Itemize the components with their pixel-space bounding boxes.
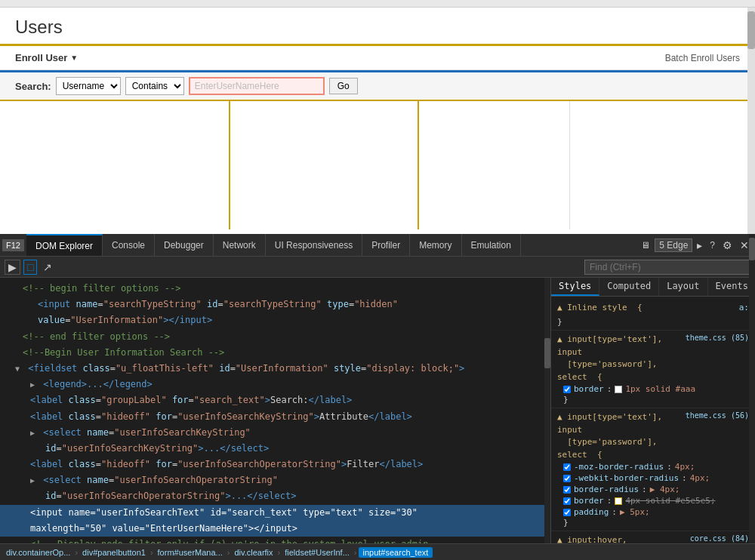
- devtools-body: <!-- begin filter options --> <input nam…: [0, 278, 755, 543]
- search-bar: Search: Username Contains Go: [0, 72, 755, 101]
- code-panel: <!-- begin filter options --> <input nam…: [0, 278, 551, 543]
- dropdown-chevron-icon: ▼: [70, 54, 78, 62]
- enroll-user-button[interactable]: Enroll User ▼: [15, 52, 78, 63]
- code-line: id="userInfoSearchKeyString">...</select…: [0, 441, 550, 457]
- code-line-selected-1: <input name="userInfoSearchText" id="sea…: [0, 505, 550, 521]
- breadcrumb-container[interactable]: div.containerOp...: [3, 547, 73, 558]
- content-grid: [0, 101, 755, 229]
- tab-styles[interactable]: Styles: [551, 278, 599, 296]
- code-line: ▶ <select name="userInfoSearchOperatorSt…: [0, 472, 550, 488]
- styles-tabs: Styles Computed Layout Events Changes: [551, 278, 755, 297]
- breadcrumb-sep-5: ›: [354, 548, 357, 557]
- code-line-selected-2: maxlength="50" value="EnterUserNameHere"…: [0, 521, 550, 537]
- code-line: ▶ <select name="userInfoSearchKeyString": [0, 425, 550, 441]
- styles-content: ▲ Inline style { a: } ▲ input[type='text…: [551, 297, 755, 543]
- breadcrumb-panelbutton[interactable]: div#panelbutton1: [79, 547, 149, 558]
- style-rule-core84: ▲ input:hover, input:active, button:hove…: [551, 531, 755, 543]
- main-content-area: Users Enroll User ▼ Batch Enroll Users S…: [0, 8, 755, 234]
- settings-button[interactable]: ⚙: [720, 238, 735, 253]
- detach-icon[interactable]: ▸: [694, 238, 705, 253]
- breadcrumb-form[interactable]: form#userMana...: [155, 547, 226, 558]
- code-line: id="userInfoSearchOperatorString">...</s…: [0, 488, 550, 504]
- code-line: <!-- end filter options -->: [0, 329, 550, 345]
- code-line: <!-- Display node filter only if (a) we'…: [0, 537, 550, 543]
- tab-emulation[interactable]: Emulation: [462, 234, 521, 256]
- code-line: <input name="searchTypeString" id="searc…: [0, 297, 550, 312]
- style-rule-theme56: ▲ input[type='text'], input [type='passw…: [551, 408, 755, 531]
- styles-panel: Styles Computed Layout Events Changes ▲ …: [551, 278, 755, 543]
- prop-checkbox[interactable]: [563, 475, 571, 482]
- devtools-right-controls: 🖥 5 Edge ▸ ? ⚙ ✕: [638, 238, 755, 253]
- tab-events[interactable]: Events: [708, 278, 755, 296]
- page-header: Users: [0, 8, 755, 44]
- prop-checkbox[interactable]: [563, 386, 571, 393]
- prop-checkbox[interactable]: [563, 463, 571, 471]
- pointer-icon[interactable]: ↗: [40, 260, 55, 274]
- code-line: <label class="groupLabel" for="search_te…: [0, 392, 550, 408]
- go-button[interactable]: Go: [329, 78, 358, 94]
- code-line: <label class="hideoff" for="userInfoSear…: [0, 457, 550, 472]
- page-title: Users: [15, 17, 740, 38]
- dom-tree-icon[interactable]: □: [23, 260, 37, 275]
- browser-chrome: [0, 0, 755, 8]
- breadcrumb-input-active[interactable]: input#search_text: [359, 547, 433, 558]
- grid-col-4: [570, 101, 755, 229]
- prop-checkbox[interactable]: [563, 509, 571, 516]
- screen-icon-button[interactable]: 🖥: [638, 238, 653, 252]
- f12-badge[interactable]: F12: [2, 239, 24, 251]
- style-rule-theme85: ▲ input[type='text'], input [type='passw…: [551, 331, 755, 408]
- breadcrumb-bar: div.containerOp... › div#panelbutton1 › …: [0, 543, 755, 560]
- code-line: ▶ <legend>...</legend>: [0, 377, 550, 392]
- search-label: Search:: [15, 81, 51, 92]
- edge-button[interactable]: 5 Edge: [655, 238, 692, 252]
- grid-col-2: [230, 101, 419, 229]
- devtools: F12 DOM Explorer Console Debugger Networ…: [0, 234, 755, 560]
- tab-memory[interactable]: Memory: [410, 234, 461, 256]
- prop-checkbox[interactable]: [563, 486, 571, 494]
- tab-network[interactable]: Network: [214, 234, 266, 256]
- breadcrumb-sep-3: ›: [227, 548, 230, 557]
- select-element-icon[interactable]: ▶: [5, 260, 20, 275]
- breadcrumb-clearfix[interactable]: div.clearfix: [231, 547, 276, 558]
- toolbar: Enroll User ▼ Batch Enroll Users: [0, 46, 755, 70]
- tab-computed[interactable]: Computed: [599, 278, 659, 296]
- search-operator-select[interactable]: Contains: [125, 77, 184, 95]
- code-line: <!-- begin filter options -->: [0, 281, 550, 297]
- find-input[interactable]: [584, 260, 750, 275]
- prop-checkbox[interactable]: [563, 497, 571, 505]
- breadcrumb-fieldset[interactable]: fieldset#UserInf...: [282, 547, 353, 558]
- search-input[interactable]: [189, 77, 325, 95]
- breadcrumb-sep-4: ›: [278, 548, 281, 557]
- code-line: <label class="hideoff" for="userInfoSear…: [0, 409, 550, 425]
- breadcrumb-sep-1: ›: [75, 548, 78, 557]
- grid-col-3: [419, 101, 570, 229]
- tab-layout[interactable]: Layout: [659, 278, 707, 296]
- tab-console[interactable]: Console: [103, 234, 155, 256]
- devtools-tabbar: F12 DOM Explorer Console Debugger Networ…: [0, 234, 755, 257]
- code-line: ▼ <fieldset class="u_floatThis-left" id=…: [0, 361, 550, 377]
- code-line: <!--Begin User Information Search -->: [0, 345, 550, 361]
- code-line: value="UserInformation"></input>: [0, 312, 550, 328]
- tab-debugger[interactable]: Debugger: [155, 234, 214, 256]
- breadcrumb-sep-2: ›: [150, 548, 153, 557]
- grid-col-1: [0, 101, 230, 229]
- devtools-icons-row: ▶ □ ↗: [0, 257, 755, 278]
- tab-profiler[interactable]: Profiler: [362, 234, 410, 256]
- help-button[interactable]: ?: [707, 238, 718, 252]
- batch-enroll-button[interactable]: Batch Enroll Users: [665, 53, 740, 63]
- tab-ui-responsiveness[interactable]: UI Responsiveness: [266, 234, 362, 256]
- search-type-select[interactable]: Username: [56, 77, 121, 95]
- tab-dom-explorer[interactable]: DOM Explorer: [26, 234, 103, 256]
- style-rule-inline: ▲ Inline style { a: }: [551, 300, 755, 331]
